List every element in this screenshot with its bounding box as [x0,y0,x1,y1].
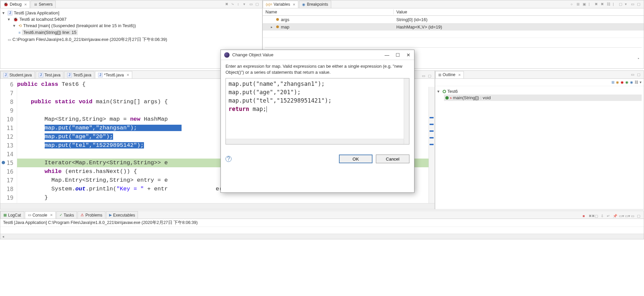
remove-all-icon[interactable]: ✖✖ [589,214,593,219]
hide-nonpublic-icon[interactable]: ◉ [625,80,629,84]
breakpoints-icon: ◉ [302,2,305,7]
remove-terminated-icon[interactable]: ✖ [225,2,230,7]
tab-student-java[interactable]: JStudent.java [0,71,35,78]
close-icon[interactable]: ✕ [50,213,53,217]
tab-executables[interactable]: ▶Executables [106,211,138,219]
chevron-down-icon[interactable]: ▾ [2,10,6,15]
sort-icon[interactable]: ⊞ [611,80,614,84]
cancel-button[interactable]: Cancel [376,155,409,163]
outline-class[interactable]: ▾ Test6 [437,88,642,95]
debug-thread-row[interactable]: ▾ ⟲ Thread [main] (Suspended (breakpoint… [2,22,260,29]
tab-servers[interactable]: 🖥 Servers [31,1,55,8]
console-scrollbar[interactable] [0,234,644,239]
tab-outline[interactable]: ⊞ Outline ✕ [435,71,464,78]
tab-test6-java[interactable]: J*Test6.java✕ [95,71,132,78]
chevron-right-icon[interactable]: ▸ [271,25,274,29]
maximize-icon[interactable]: ▢ [637,214,642,219]
scroll-lock-icon[interactable]: ⇩ [601,214,605,219]
filter-icon[interactable]: ↕ [237,2,242,7]
breakpoint-marker[interactable]: 15 [0,159,13,167]
link-icon[interactable]: ⛓ [635,80,638,84]
tab-problems[interactable]: ⚠Problems [78,211,105,219]
menu-icon[interactable]: ▾ [625,2,630,7]
ruler-mark[interactable] [430,124,434,125]
scroll-hint-icon[interactable]: ▸ [638,56,640,60]
collapse-icon[interactable]: ▣ [583,2,587,7]
tab-console[interactable]: ▭Console✕ [25,211,56,219]
remove-icon[interactable]: ✖ [601,2,605,7]
vars-row-args[interactable]: args String[0] (id=16) [263,16,644,23]
pin-icon[interactable]: 📌 [613,214,617,219]
dialog-titlebar[interactable]: Change Object Value ― ☐ ✕ [221,50,414,60]
expression-textarea[interactable]: map.put("name","zhangsan1"); map.put("ag… [226,78,409,144]
minimize-button[interactable]: ― [385,53,389,57]
hide-static-icon[interactable]: ◉ [621,80,624,84]
tab-test5-java[interactable]: JTest5.java [64,71,94,78]
ruler-mark[interactable] [430,130,434,132]
chevron-down-icon[interactable]: ▾ [437,89,441,94]
close-icon[interactable]: ✕ [293,3,295,6]
chevron-down-icon[interactable]: ▾ [13,23,17,28]
maximize-button[interactable]: ☐ [395,53,400,57]
horizontal-scrollbar[interactable] [226,139,404,144]
tab-test-java[interactable]: JTest.java [36,71,63,78]
vars-row-map[interactable]: ▸ map HashMap<K,V> (id=19) [263,23,644,31]
tab-debug[interactable]: 🐞 Debug ✕ [0,1,30,8]
ok-button[interactable]: OK [339,155,373,163]
step-icon[interactable]: ⤷ [231,2,236,7]
link-icon[interactable]: ⛓ [607,2,611,7]
terminate-icon[interactable]: ■ [583,214,587,219]
ruler-mark[interactable] [430,144,434,145]
target-icon: 🐞 [13,17,18,22]
tab-logcat[interactable]: ▦LogCat [0,211,24,219]
logical-icon[interactable]: ⊞ [577,2,581,7]
overview-ruler[interactable] [429,87,435,203]
maximize-icon[interactable]: ▢ [637,2,642,7]
tab-tasks[interactable]: ✓Tasks [56,211,77,219]
ruler-mark[interactable] [430,117,434,118]
expression-content[interactable]: map.put("name","zhangsan1"); map.put("ag… [226,78,409,115]
col-value[interactable]: Value [394,9,644,14]
maximize-icon[interactable]: ▢ [428,74,433,78]
console-body[interactable] [0,227,644,234]
menu-icon[interactable]: ▾ [640,80,642,84]
minimize-icon[interactable]: ▭ [422,74,427,78]
console-icon: ▭ [28,213,31,217]
close-icon[interactable]: ✕ [127,73,129,77]
clear-icon[interactable]: ▢ [595,214,599,219]
tab-breakpoints[interactable]: ◉ Breakpoints [299,1,331,8]
word-wrap-icon[interactable]: ↵ [607,214,611,219]
close-icon[interactable]: ✕ [458,73,461,77]
minimize-icon[interactable]: ▭ [631,2,636,7]
ruler-mark[interactable] [430,137,434,138]
new-icon[interactable]: ▢ [619,2,624,7]
tab-label: Console [33,213,47,218]
hide-fields-icon[interactable]: ◉ [616,80,619,84]
minimize-icon[interactable]: ▭ [631,72,636,77]
maximize-icon[interactable]: ▢ [255,2,260,7]
help-button[interactable]: ? [226,156,232,162]
hide-local-icon[interactable]: ◉ [630,80,633,84]
debug-target-row[interactable]: ▾ 🐞 Test6 at localhost:54087 [2,16,260,22]
display-icon[interactable]: ▭▾ [619,214,624,219]
minimize-icon[interactable]: ▭ [631,214,636,219]
maximize-icon[interactable]: ▢ [637,72,642,77]
debug-process-row[interactable]: ▭ C:\Program Files\Java\jre1.8.0_221\bin… [2,36,260,43]
debug-stack-row[interactable]: ≡ Test6.main(String[]) line: 15 [2,29,260,36]
minimize-icon[interactable]: ▭ [249,2,254,7]
debug-launch-row[interactable]: ▾ J Test6 [Java Application] [2,10,260,16]
open-console-icon[interactable]: ▭▾ [625,214,630,219]
vertical-scrollbar[interactable] [404,78,409,144]
type-icon[interactable]: ⟐ [571,2,575,7]
line-gutter[interactable]: 67891011121314151617181920 [0,79,17,209]
chevron-down-icon[interactable]: ▾ [8,17,12,22]
outline-method[interactable]: s main(String[]) : void [444,95,642,101]
horizontal-scrollbar[interactable] [0,203,435,209]
close-icon[interactable]: ✕ [24,3,27,6]
menu-icon[interactable]: ▾ [243,2,248,7]
tab-variables[interactable]: (x)= Variables ✕ [263,1,298,8]
add-icon[interactable]: ✖ [595,2,599,7]
col-name[interactable]: Name [263,9,394,14]
close-button[interactable]: ✕ [406,53,411,57]
outline-tree[interactable]: ▾ Test6 s main(String[]) : void [435,86,644,103]
